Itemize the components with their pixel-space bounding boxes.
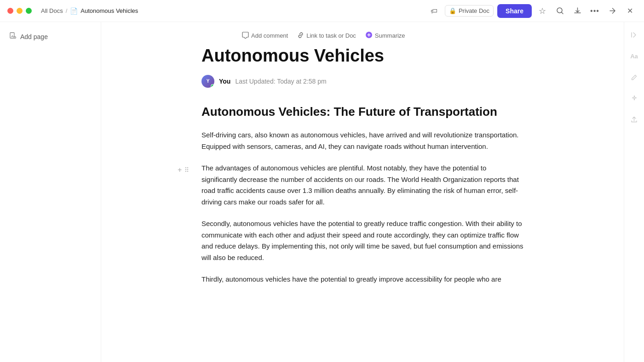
add-page-icon (9, 32, 17, 41)
doc-content: Autonomous Vehicles Y You Last Updated: … (183, 45, 542, 285)
doc-author: You (219, 78, 230, 85)
svg-point-10 (187, 171, 188, 172)
summarize-label: Summarize (375, 32, 405, 39)
svg-point-8 (187, 169, 188, 170)
svg-point-5 (185, 167, 186, 168)
block-drag-button[interactable] (184, 165, 190, 175)
search-button[interactable] (553, 4, 567, 18)
minimize-window-button[interactable] (17, 8, 23, 14)
link-task-label: Link to task or Doc (306, 32, 356, 39)
share-icon[interactable] (628, 113, 641, 126)
share-button[interactable]: Share (497, 4, 532, 18)
summarize-button[interactable]: Summarize (362, 29, 409, 42)
breadcrumb-all-docs[interactable]: All Docs (41, 7, 63, 14)
svg-point-6 (187, 167, 188, 168)
doc-icon: 📄 (70, 7, 78, 15)
right-sidebar: Aa (624, 22, 644, 362)
comment-icon (242, 32, 249, 40)
doc-last-updated: Last Updated: Today at 2:58 pm (235, 78, 326, 85)
add-comment-label: Add comment (251, 32, 288, 39)
breadcrumb-separator: / (66, 7, 68, 14)
close-button[interactable]: ✕ (623, 4, 637, 18)
close-window-button[interactable] (7, 8, 13, 14)
svg-point-7 (185, 169, 186, 170)
close-icon: ✕ (627, 6, 633, 15)
titlebar: All Docs / 📄 Autonomous Vehicles 🏷 🔒 Pri… (0, 0, 644, 22)
star-button[interactable]: ☆ (535, 4, 549, 18)
private-doc-label: Private Doc (459, 7, 489, 14)
font-size-icon[interactable]: Aa (628, 50, 641, 62)
tag-icon: 🏷 (431, 7, 437, 15)
paragraph-1: Self-driving cars, also known as autonom… (201, 130, 523, 153)
add-page-button[interactable]: Add page (6, 29, 95, 44)
download-button[interactable] (570, 4, 584, 18)
sparkle-icon[interactable] (628, 92, 641, 105)
avatar-status (211, 84, 214, 88)
breadcrumb-current-doc: Autonomous Vehicles (80, 7, 138, 14)
window-controls (7, 8, 32, 14)
paragraph-2[interactable]: The advantages of autonomous vehicles ar… (201, 163, 523, 208)
private-doc-badge[interactable]: 🔒 Private Doc (445, 5, 494, 17)
svg-rect-2 (10, 33, 14, 38)
maximize-window-button[interactable] (26, 8, 32, 14)
link-task-button[interactable]: Link to task or Doc (293, 30, 360, 42)
expand-icon (609, 7, 616, 15)
paragraph-4: Thirdly, autonomous vehicles have the po… (201, 274, 523, 285)
doc-title: Autonomous Vehicles (201, 45, 523, 67)
svg-line-1 (561, 12, 563, 14)
breadcrumb: All Docs / 📄 Autonomous Vehicles (41, 7, 138, 15)
add-comment-button[interactable]: Add comment (238, 30, 292, 42)
doc-meta: Y You Last Updated: Today at 2:58 pm (201, 75, 523, 88)
toolbar-row: Add comment Link to task or Doc Summa (101, 22, 624, 45)
content-area: Add comment Link to task or Doc Summa (101, 22, 624, 362)
section-heading: Autonomous Vehicles: The Future of Trans… (201, 104, 523, 120)
edit-icon[interactable] (628, 71, 641, 84)
paragraph-3: Secondly, autonomous vehicles have the p… (201, 218, 523, 264)
more-icon: ••• (590, 7, 599, 15)
expand-button[interactable] (605, 4, 619, 18)
download-icon (574, 7, 581, 15)
add-page-label: Add page (20, 33, 48, 40)
block-controls: + (177, 165, 190, 175)
left-sidebar: Add page (0, 22, 101, 362)
block-2-wrapper: + The advantages of autonomous vehicles … (201, 163, 523, 208)
star-icon: ☆ (539, 6, 546, 16)
avatar: Y (201, 75, 214, 88)
block-add-button[interactable]: + (177, 165, 183, 175)
summarize-icon (365, 31, 373, 40)
more-button[interactable]: ••• (588, 4, 602, 18)
titlebar-right: 🏷 🔒 Private Doc Share ☆ ••• (427, 4, 637, 18)
link-icon (297, 32, 304, 40)
search-icon (556, 7, 564, 15)
collapse-icon[interactable] (628, 28, 641, 41)
main-layout: Add page Add comment Link to ta (0, 22, 644, 362)
tag-button[interactable]: 🏷 (427, 4, 441, 18)
svg-point-9 (185, 171, 186, 172)
lock-icon: 🔒 (449, 7, 456, 14)
